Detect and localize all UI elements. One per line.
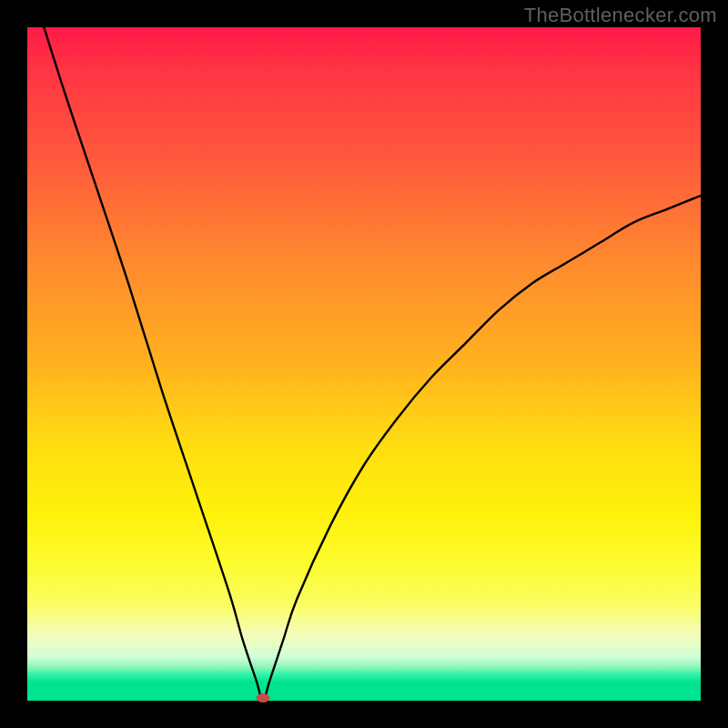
plot-area: [27, 27, 701, 701]
chart-svg: [27, 27, 701, 701]
bottleneck-curve: [27, 0, 701, 701]
attribution-text: TheBottlenecker.com: [524, 4, 717, 27]
chart-frame: TheBottlenecker.com: [0, 0, 728, 728]
optimum-marker: [257, 694, 269, 703]
